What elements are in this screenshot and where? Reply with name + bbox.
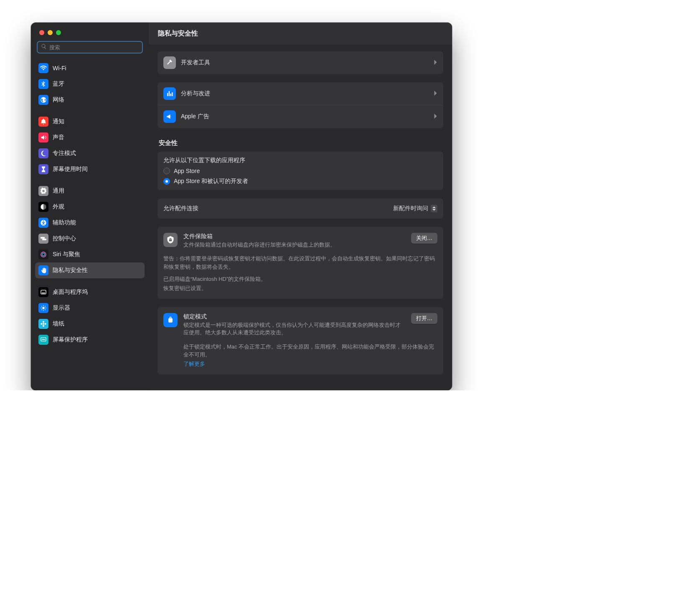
chevron-right-icon: [434, 90, 437, 97]
security-section-title: 安全性: [159, 139, 442, 147]
sidebar-item-label: 隐私与安全性: [53, 267, 88, 274]
search-input[interactable]: [49, 44, 139, 51]
sidebar-item-label: 专注模式: [53, 150, 76, 157]
lockdown-icon: [163, 313, 178, 327]
accessory-popup[interactable]: 新配件时询问: [390, 204, 437, 213]
filevault-desc: 文件保险箱通过自动对磁盘内容进行加密来保护磁盘上的数据。: [183, 241, 405, 249]
sidebar-item-switches[interactable]: 控制中心: [35, 231, 145, 247]
hourglass-icon: [38, 164, 48, 174]
minimize-window-button[interactable]: [48, 30, 53, 35]
sidebar-item-speaker[interactable]: 声音: [35, 130, 145, 145]
privacy-row-group-1: 开发者工具: [157, 51, 444, 74]
settings-row-hammer[interactable]: 开发者工具: [158, 51, 443, 74]
radio-button[interactable]: [163, 178, 170, 185]
sidebar-item-label: 声音: [53, 134, 64, 141]
zoom-window-button[interactable]: [56, 30, 61, 35]
sidebar-item-label: 显示器: [53, 304, 70, 312]
settings-row-megaphone[interactable]: Apple 广告: [158, 105, 443, 128]
filevault-warning: 警告：你将需要登录密码或恢复密钥才能访问数据。在此设置过程中，会自动生成恢复密钥…: [163, 255, 437, 271]
allow-download-panel: 允许从以下位置下载的应用程序 App StoreApp Store 和被认可的开…: [157, 151, 444, 191]
svg-point-9: [45, 323, 46, 325]
chevron-right-icon: [434, 59, 437, 66]
filevault-title: 文件保险箱: [183, 233, 405, 240]
window-controls: [31, 23, 149, 35]
page-title: 隐私与安全性: [149, 23, 452, 45]
svg-point-8: [41, 323, 42, 325]
sidebar-item-label: 控制中心: [53, 235, 76, 242]
settings-row-chart[interactable]: 分析与改进: [158, 82, 443, 105]
sidebar-item-globe[interactable]: 网络: [35, 92, 145, 108]
sidebar-item-wifi[interactable]: Wi-Fi: [35, 60, 145, 76]
sidebar-item-appearance[interactable]: 外观: [35, 199, 145, 215]
switches-icon: [38, 234, 48, 244]
filevault-icon: [163, 233, 178, 247]
sidebar-nav: Wi-Fi蓝牙网络通知声音专注模式屏幕使用时间通用外观辅助功能控制中心Siri …: [31, 59, 149, 390]
main-pane: 隐私与安全性 开发者工具 分析与改进Apple 广告 安全性 允许从以下位置下载…: [149, 23, 452, 390]
sidebar-item-label: Wi-Fi: [53, 65, 66, 71]
sidebar-item-label: 墙纸: [53, 320, 64, 328]
sidebar-item-gear[interactable]: 通用: [35, 183, 145, 199]
sidebar-item-moon[interactable]: 专注模式: [35, 145, 145, 161]
svg-point-0: [41, 252, 46, 257]
filevault-toggle-button[interactable]: 关闭…: [411, 233, 437, 244]
radio-label: App Store 和被认可的开发者: [174, 178, 248, 185]
row-label: 开发者工具: [181, 59, 429, 66]
content-scroll[interactable]: 开发者工具 分析与改进Apple 广告 安全性 允许从以下位置下载的应用程序 A…: [149, 45, 452, 390]
sidebar-item-bell[interactable]: 通知: [35, 114, 145, 130]
sidebar-item-label: 网络: [53, 96, 64, 104]
hammer-icon: [163, 56, 176, 69]
svg-point-7: [43, 325, 44, 327]
appearance-icon: [38, 202, 48, 212]
globe-icon: [38, 95, 48, 105]
screensaver-icon: [38, 335, 48, 345]
search-field[interactable]: [37, 41, 143, 53]
lockdown-title: 锁定模式: [183, 313, 405, 321]
sidebar-item-dock[interactable]: 桌面与程序坞: [35, 284, 145, 300]
filevault-panel: 文件保险箱 文件保险箱通过自动对磁盘内容进行加密来保护磁盘上的数据。 关闭… 警…: [157, 227, 444, 299]
sidebar: Wi-Fi蓝牙网络通知声音专注模式屏幕使用时间通用外观辅助功能控制中心Siri …: [31, 23, 149, 390]
row-label: 分析与改进: [181, 90, 429, 97]
privacy-row-group-2: 分析与改进Apple 广告: [157, 82, 444, 128]
sidebar-item-label: 通知: [53, 118, 64, 125]
svg-point-1: [42, 253, 45, 256]
svg-point-5: [43, 323, 44, 325]
lockdown-panel: 锁定模式 锁定模式是一种可选的极端保护模式，仅当你认为个人可能遭受到高度复杂的网…: [157, 307, 444, 375]
download-source-option-1[interactable]: App Store 和被认可的开发者: [158, 176, 443, 190]
bluetooth-icon: [38, 79, 48, 89]
megaphone-icon: [163, 110, 176, 123]
moon-icon: [38, 148, 48, 158]
speaker-icon: [38, 132, 48, 143]
lockdown-toggle-button[interactable]: 打开…: [411, 313, 437, 324]
close-window-button[interactable]: [39, 30, 44, 35]
sidebar-item-siri[interactable]: Siri 与聚焦: [35, 247, 145, 262]
sidebar-item-flower[interactable]: 墙纸: [35, 316, 145, 332]
sidebar-item-label: 屏幕使用时间: [53, 165, 88, 173]
lockdown-desc: 锁定模式是一种可选的极端保护模式，仅当你认为个人可能遭受到高度复杂的网络攻击时才…: [183, 321, 405, 336]
download-source-option-0[interactable]: App Store: [158, 166, 443, 176]
gear-icon: [38, 186, 48, 196]
filevault-status-1: 已启用磁盘“Macintosh HD”的文件保险箱。: [163, 275, 437, 283]
bell-icon: [38, 117, 48, 127]
filevault-status-2: 恢复密钥已设置。: [163, 284, 437, 293]
sidebar-item-label: 通用: [53, 187, 64, 195]
accessibility-icon: [38, 218, 48, 228]
allow-download-title: 允许从以下位置下载的应用程序: [158, 152, 443, 166]
chevron-right-icon: [434, 113, 437, 120]
accessory-panel: 允许配件连接 新配件时询问: [157, 198, 444, 219]
popup-stepper-icon: [431, 205, 437, 212]
accessory-value: 新配件时询问: [393, 205, 428, 212]
dock-icon: [38, 287, 48, 297]
accessory-label: 允许配件连接: [163, 205, 198, 212]
sidebar-item-hand[interactable]: 隐私与安全性: [35, 262, 145, 278]
sidebar-item-hourglass[interactable]: 屏幕使用时间: [35, 161, 145, 177]
sidebar-item-screensaver[interactable]: 屏幕保护程序: [35, 332, 145, 348]
sidebar-item-bluetooth[interactable]: 蓝牙: [35, 76, 145, 92]
radio-button[interactable]: [163, 168, 170, 174]
siri-icon: [38, 249, 48, 260]
svg-point-6: [43, 321, 44, 323]
sidebar-item-accessibility[interactable]: 辅助功能: [35, 215, 145, 231]
lockdown-learn-more-link[interactable]: 了解更多: [183, 361, 205, 367]
sidebar-item-brightness[interactable]: 显示器: [35, 300, 145, 316]
settings-window: Wi-Fi蓝牙网络通知声音专注模式屏幕使用时间通用外观辅助功能控制中心Siri …: [31, 23, 452, 390]
row-label: Apple 广告: [181, 113, 429, 120]
